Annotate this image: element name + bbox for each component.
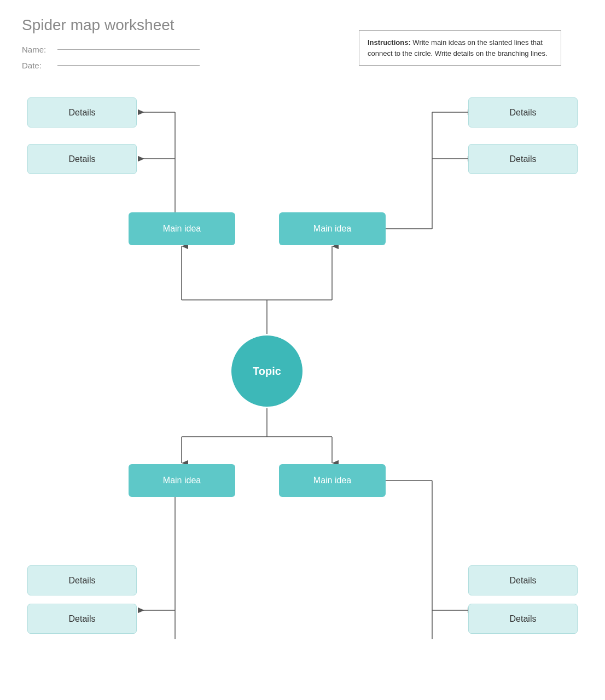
instructions-box: Instructions: Write main ideas on the sl… [359, 30, 561, 66]
main-idea-bot-left: Main idea [129, 464, 235, 497]
page: Spider map worksheet Name: Date: Instruc… [0, 0, 605, 700]
main-idea-top-right: Main idea [279, 212, 386, 245]
detail-tl1: Details [27, 97, 137, 128]
detail-tr2: Details [468, 144, 578, 174]
instructions-heading: Instructions: [368, 38, 411, 47]
detail-br1: Details [468, 565, 578, 595]
main-idea-bot-right: Main idea [279, 464, 386, 497]
detail-tr1: Details [468, 97, 578, 128]
detail-bl1: Details [27, 565, 137, 595]
date-line [57, 65, 200, 66]
detail-bl2: Details [27, 604, 137, 634]
name-label: Name: [22, 45, 52, 54]
name-line [57, 49, 200, 50]
date-label: Date: [22, 61, 52, 70]
detail-tl2: Details [27, 144, 137, 174]
diagram: Details Details Details Details Main ide… [22, 81, 583, 639]
topic-circle: Topic [231, 335, 302, 407]
detail-br2: Details [468, 604, 578, 634]
main-idea-top-left: Main idea [129, 212, 235, 245]
